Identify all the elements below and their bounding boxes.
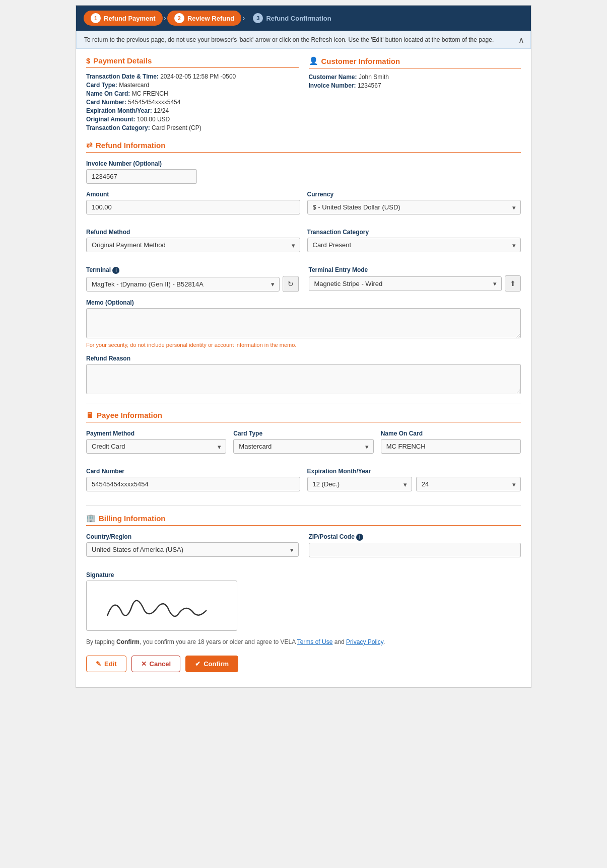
- zip-info-icon[interactable]: i: [356, 534, 363, 541]
- name-on-card-input[interactable]: [381, 439, 521, 454]
- refund-method-group: Refund Method Original Payment Method: [86, 229, 300, 252]
- country-region-group: Country/Region United States of America …: [86, 533, 299, 557]
- invoice-number-label: Invoice Number (Optional): [86, 160, 521, 167]
- card-type-select-wrapper: Mastercard: [233, 439, 373, 454]
- confirm-label: Confirm: [204, 660, 229, 668]
- terminal-select[interactable]: MagTek - tDynamo (Gen II) - B52814A: [86, 277, 280, 292]
- transaction-category-select[interactable]: Card Present: [307, 238, 521, 252]
- currency-group: Currency $ - United States Dollar (USD): [307, 191, 521, 214]
- footer-text: By tapping Confirm, you confirm you are …: [86, 638, 521, 645]
- zip-postal-label: ZIP/Postal Code i: [309, 533, 521, 541]
- card-type-group: Card Type Mastercard: [233, 430, 373, 454]
- terminal-entry-mode-label: Terminal Entry Mode: [309, 266, 521, 273]
- expiration-group: Expiration Month/Year 12 (Dec.) 24: [307, 468, 521, 491]
- signature-group: Signature: [86, 571, 521, 631]
- breadcrumb-step-3[interactable]: 3 Refund Confirmation: [246, 11, 338, 26]
- memo-label: Memo (Optional): [86, 299, 521, 306]
- cancel-button[interactable]: ✕ Cancel: [131, 656, 181, 672]
- expiry-year-select[interactable]: 24: [416, 477, 521, 491]
- refund-info-title: Refund Information: [96, 141, 165, 150]
- terminal-entry-mode-select-wrapper: Magnetic Stripe - Wired: [309, 276, 502, 291]
- refund-method-select-wrapper: Original Payment Method: [86, 238, 300, 252]
- payment-method-label: Payment Method: [86, 430, 226, 437]
- step-3-circle: 3: [253, 13, 263, 23]
- step-3-label: Refund Confirmation: [266, 15, 331, 22]
- privacy-policy-link[interactable]: Privacy Policy: [346, 638, 383, 645]
- terms-of-use-link[interactable]: Terms of Use: [297, 638, 333, 645]
- step-2-label: Review Refund: [187, 15, 234, 22]
- breadcrumb-step-1[interactable]: 1 Refund Payment: [84, 11, 163, 26]
- name-on-card-row: Name On Card: MC FRENCH: [86, 90, 299, 97]
- billing-information-section: 🏢 Billing Information Country/Region Uni…: [86, 514, 521, 631]
- breadcrumb-bar: 1 Refund Payment › 2 Review Refund › 3 R…: [76, 6, 531, 31]
- payment-method-select[interactable]: Credit Card: [86, 439, 226, 454]
- transaction-category-select-wrapper: Card Present: [307, 238, 521, 252]
- cancel-icon: ✕: [141, 660, 147, 668]
- expiry-year-select-wrapper: 24: [416, 477, 521, 491]
- invoice-number-row: Invoice Number: 1234567: [309, 82, 521, 89]
- expiry-month-select[interactable]: 12 (Dec.): [307, 477, 412, 491]
- terminal-info-icon[interactable]: i: [112, 267, 119, 274]
- card-number-group: Card Number: [86, 468, 300, 491]
- memo-input[interactable]: [86, 308, 521, 338]
- person-icon: 👤: [309, 56, 318, 65]
- name-on-card-label: Name On Card: [381, 430, 521, 437]
- customer-info-title: Customer Information: [321, 57, 400, 65]
- expiration-row: Expiration Month/Year: 12/24: [86, 107, 299, 114]
- refresh-terminal-button[interactable]: ↻: [283, 276, 299, 292]
- zip-postal-input[interactable]: [309, 543, 521, 557]
- breadcrumb-step-2[interactable]: 2 Review Refund: [167, 11, 241, 26]
- customer-name-row: Customer Name: John Smith: [309, 74, 521, 81]
- refund-method-label: Refund Method: [86, 229, 300, 236]
- confirm-button[interactable]: ✔ Confirm: [185, 656, 238, 672]
- card-type-select[interactable]: Mastercard: [233, 439, 373, 454]
- terminal-group: Terminal i MagTek - tDynamo (Gen II) - B…: [86, 266, 299, 292]
- name-on-card-group: Name On Card: [381, 430, 521, 454]
- collapse-icon[interactable]: ∧: [518, 35, 524, 45]
- cancel-label: Cancel: [150, 660, 171, 668]
- breadcrumb-arrow-1: ›: [164, 14, 166, 23]
- transaction-category-row: Transaction Category: Card Present (CP): [86, 124, 299, 131]
- alert-message: To return to the previous page, do not u…: [84, 36, 494, 43]
- country-region-label: Country/Region: [86, 533, 299, 540]
- edit-button[interactable]: ✎ Edit: [86, 656, 126, 672]
- edit-icon: ✎: [96, 660, 101, 668]
- currency-select[interactable]: $ - United States Dollar (USD): [307, 200, 521, 214]
- terminal-label: Terminal i: [86, 266, 299, 274]
- transaction-category-group: Transaction Category Card Present: [307, 229, 521, 252]
- payee-info-title: Payee Information: [97, 411, 162, 419]
- edit-label: Edit: [104, 660, 117, 668]
- dollar-icon: $: [86, 56, 90, 65]
- signature-label: Signature: [86, 571, 521, 578]
- button-row: ✎ Edit ✕ Cancel ✔ Confirm: [86, 650, 521, 680]
- payee-information-section: 🖩 Payee Information Payment Method Credi…: [86, 411, 521, 498]
- expiration-label: Expiration Month/Year: [307, 468, 521, 475]
- refund-reason-label: Refund Reason: [86, 355, 521, 362]
- terminal-select-wrapper: MagTek - tDynamo (Gen II) - B52814A: [86, 277, 280, 292]
- confirm-icon: ✔: [195, 660, 200, 668]
- terminal-entry-mode-select[interactable]: Magnetic Stripe - Wired: [309, 276, 502, 291]
- country-region-select[interactable]: United States of America (USA): [86, 542, 299, 557]
- amount-label: Amount: [86, 191, 300, 198]
- card-icon: 🖩: [86, 411, 94, 419]
- refund-icon: ⇄: [86, 140, 93, 150]
- refund-method-select[interactable]: Original Payment Method: [86, 238, 300, 252]
- signature-box: [86, 581, 237, 631]
- card-type-label: Card Type: [233, 430, 373, 437]
- memo-group: Memo (Optional) For your security, do no…: [86, 299, 521, 348]
- amount-input[interactable]: [86, 200, 300, 214]
- zip-postal-group: ZIP/Postal Code i: [309, 533, 521, 557]
- billing-info-title: Billing Information: [99, 514, 166, 523]
- step-1-circle: 1: [91, 13, 101, 23]
- refund-reason-input[interactable]: [86, 364, 521, 394]
- amount-group: Amount: [86, 191, 300, 214]
- transaction-category-label: Transaction Category: [307, 229, 521, 236]
- upload-terminal-button[interactable]: ⬆: [505, 275, 521, 292]
- currency-select-wrapper: $ - United States Dollar (USD): [307, 200, 521, 214]
- memo-hint: For your security, do not include person…: [86, 342, 521, 348]
- invoice-number-input[interactable]: [86, 169, 197, 184]
- refund-reason-group: Refund Reason: [86, 355, 521, 396]
- invoice-number-group: Invoice Number (Optional): [86, 160, 521, 184]
- step-1-label: Refund Payment: [104, 15, 156, 22]
- card-number-input[interactable]: [86, 477, 300, 491]
